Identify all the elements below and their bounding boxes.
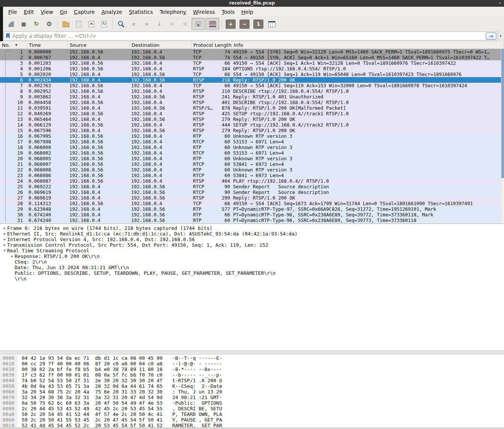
column-header-protocol[interactable]: Protocol (191, 42, 213, 49)
packet-row[interactable]: 190.068002192.168.0.56192.168.0.4RTCP605… (0, 150, 501, 156)
filter-bookmark-icon[interactable] (6, 33, 10, 39)
packet-row[interactable]: 50.002020192.168.0.4192.168.0.56TCP66554… (0, 72, 501, 77)
packet-row[interactable]: 60.002434192.168.0.4192.168.0.56RTSP218R… (0, 77, 501, 83)
go-back-button[interactable]: « (128, 18, 140, 30)
detail-row[interactable]: Date: Thu, Jun 13 2024 08:21:21 GMT\r\n (0, 265, 504, 270)
first-packet-button[interactable]: |« (166, 18, 178, 30)
menu-telephony[interactable]: Telephony (156, 9, 190, 15)
menu-statistics[interactable]: Statistics (126, 9, 156, 15)
menu-capture[interactable]: Capture (70, 9, 98, 15)
packet-row[interactable]: 110.039591192.168.0.4192.168.0.56RTSP/S…… (0, 105, 501, 111)
zoom-100-button[interactable]: 1 (253, 19, 263, 29)
hex-row[interactable]: 004074 b0 52 54 53 50 2f 31 2e 30 20 32 … (0, 378, 504, 383)
go-to-packet-button[interactable]: ↓ (153, 18, 165, 30)
menu-tools[interactable]: Tools (218, 9, 238, 15)
hex-row[interactable]: 00301f c3 62 ff 00 00 01 01 08 0a 5f fc … (0, 372, 504, 378)
zoom-in-button[interactable]: + (226, 19, 236, 29)
hex-row[interactable]: 001000 cc 29 7f 40 00 40 06 8f 20 c0 a8 … (0, 361, 504, 366)
last-packet-button[interactable]: »| (179, 18, 191, 30)
expander-closed-icon[interactable]: ▶ (2, 226, 7, 230)
column-header-source[interactable]: Source (68, 42, 130, 49)
column-header-no[interactable]: No.▼ (0, 42, 27, 49)
packet-row[interactable]: 300.674240192.168.0.4192.168.0.56RTP66PT… (0, 212, 501, 217)
go-forward-button[interactable]: » (141, 18, 153, 30)
column-header-destination[interactable]: Destination (130, 42, 191, 49)
hex-row[interactable]: 00603a 20 54 68 75 2c 20 4a 75 6e 20 31 … (0, 389, 504, 395)
reload-button[interactable]: ↻ (98, 18, 110, 30)
find-packet-button[interactable] (115, 18, 127, 30)
expander-closed-icon[interactable]: ▶ (2, 238, 7, 241)
hex-row[interactable]: 000004 42 1a 93 54 da ec 71 db d1 1c ca … (0, 355, 504, 361)
packet-row[interactable]: 40.001206192.168.0.56192.168.0.4RTSP184O… (0, 66, 501, 72)
scrollbar-thumb[interactable] (501, 49, 504, 178)
packet-row[interactable]: 290.623048192.168.0.4192.168.0.56RTP577P… (0, 206, 501, 212)
file-open-button[interactable] (60, 18, 72, 30)
detail-row[interactable]: ▶Response: RTSP/1.0 200 OK\r\n (0, 253, 504, 259)
colorize-button[interactable] (206, 18, 219, 30)
packet-row[interactable]: 70.002763192.168.0.56192.168.0.4TCP66491… (0, 83, 501, 88)
detail-row[interactable]: ▶Ethernet II, Src: ReolinkI_d1:1c:ca (ec… (0, 231, 504, 237)
packet-row[interactable]: 140.066129192.168.0.56192.168.0.4RTSP444… (0, 122, 501, 128)
hex-row[interactable]: 002000 38 02 2a bf fe f8 b5 b4 e0 38 78 … (0, 366, 504, 372)
auto-scroll-button[interactable]: ▼ (191, 18, 205, 30)
packet-row[interactable]: 150.067596192.168.0.4192.168.0.56RTSP279… (0, 128, 501, 133)
packet-row[interactable]: 250.069222192.168.0.4192.168.0.56RTCP90S… (0, 184, 501, 189)
packet-row[interactable]: 240.068087192.168.0.56192.168.0.4RTSP404… (0, 178, 501, 184)
detail-row[interactable]: \r\n (0, 276, 504, 282)
packet-row[interactable]: 10.000000192.168.0.56192.168.0.4TCP74491… (0, 49, 501, 55)
menu-analyze[interactable]: Analyze (98, 9, 126, 15)
packet-row[interactable]: 30.001203192.168.0.56192.168.0.4TCP66491… (0, 60, 501, 66)
packet-list-scrollbar[interactable] (501, 49, 504, 223)
packet-row[interactable]: 130.065464192.168.0.4192.168.0.56RTSP279… (0, 116, 501, 122)
packet-row[interactable]: 120.040269192.168.0.56192.168.0.4RTSP425… (0, 111, 501, 116)
menu-go[interactable]: Go (57, 9, 70, 15)
packet-row[interactable]: 80.002952192.168.0.56192.168.0.4RTSP210D… (0, 88, 501, 94)
menu-wireless[interactable]: Wireless (190, 9, 218, 15)
menu-edit[interactable]: Edit (20, 9, 37, 15)
column-header-info[interactable]: Info (232, 42, 504, 49)
packet-row[interactable]: 20.000767192.168.0.4192.168.0.56TCP74554… (0, 55, 501, 60)
packet-row[interactable]: 170.067998192.168.0.56192.168.0.4RTCP605… (0, 139, 501, 144)
resize-columns-button[interactable] (266, 18, 278, 30)
menu-view[interactable]: View (37, 9, 57, 15)
packet-row[interactable]: 210.068007192.168.0.56192.168.0.4RTCP605… (0, 161, 501, 167)
hex-row[interactable]: 007032 34 20 30 38 3a 32 31 3a 32 31 20 … (0, 395, 504, 400)
apply-filter-button[interactable]: → (486, 33, 497, 40)
detail-row[interactable]: Public: OPTIONS, DESCRIBE, SETUP, TEARDO… (0, 270, 504, 276)
zoom-out-button[interactable]: − (239, 19, 250, 29)
hex-row[interactable]: 00a050 2c 20 54 45 41 52 44 4f 57 4e 2c … (0, 411, 504, 417)
packet-row[interactable]: 200.068005192.168.0.56192.168.0.4RTP60Un… (0, 156, 501, 161)
packet-row[interactable]: 220.068008192.168.0.56192.168.0.4RTP60Un… (0, 167, 501, 173)
pane-splitter[interactable]: ······ (0, 350, 504, 355)
file-save-button[interactable] (73, 18, 85, 30)
file-close-button[interactable]: × (85, 18, 97, 30)
packet-row[interactable]: 230.068086192.168.0.56192.168.0.4RTCP605… (0, 173, 501, 178)
filter-dropdown-arrow-icon[interactable]: ▾ (498, 34, 503, 38)
expander-open-icon[interactable]: ▼ (2, 249, 7, 252)
packet-row[interactable]: 90.003862192.168.0.4192.168.0.56RTSP241R… (0, 94, 501, 100)
hex-row[interactable]: 00504b 0d 0a 43 53 65 71 3a 20 32 0d 0a … (0, 383, 504, 389)
column-header-time[interactable]: Time (27, 42, 68, 49)
hex-row[interactable]: 00800a 50 75 62 6c 69 63 3a 20 4f 50 54 … (0, 400, 504, 406)
hex-row[interactable]: 00902c 20 44 45 53 43 52 49 42 45 2c 20 … (0, 406, 504, 411)
capture-restart-button[interactable]: ↻ (30, 18, 42, 30)
detail-row[interactable]: ▶Frame 6: 218 bytes on wire (1744 bits),… (0, 225, 504, 231)
expander-closed-icon[interactable]: ▶ (2, 243, 7, 247)
packet-row[interactable]: 100.004458192.168.0.56192.168.0.4RTSP401… (0, 100, 501, 105)
detail-row[interactable]: ▶Internet Protocol Version 4, Src: 192.1… (0, 237, 504, 242)
capture-stop-button[interactable]: ■ (18, 18, 30, 30)
capture-options-button[interactable]: ⚙ (43, 18, 55, 30)
detail-row[interactable]: ▶Transmission Control Protocol, Src Port… (0, 242, 504, 248)
packet-row[interactable]: 160.067995192.168.0.56192.168.0.4RTP60Un… (0, 133, 501, 139)
detail-row[interactable]: CSeq: 2\r\n (0, 259, 504, 265)
detail-row[interactable]: ▼Real Time Streaming Protocol (0, 248, 504, 253)
expander-closed-icon[interactable]: ▶ (10, 255, 15, 258)
expander-closed-icon[interactable]: ▶ (2, 232, 7, 235)
packet-row[interactable]: 260.069619192.168.0.4192.168.0.56RTCP90S… (0, 189, 501, 195)
packet-row[interactable]: 310.674240192.168.0.4192.168.0.56RTP60PT… (0, 217, 501, 223)
packet-row[interactable]: 180.068000192.168.0.56192.168.0.4RTP60Un… (0, 144, 501, 150)
packet-row[interactable]: 270.069619192.168.0.4192.168.0.56RTSP299… (0, 195, 501, 201)
menu-file[interactable]: File (5, 9, 20, 15)
hex-row[interactable]: 00b059 2c 20 50 41 55 53 45 2c 20 47 45 … (0, 417, 504, 423)
capture-start-button[interactable] (5, 18, 17, 30)
